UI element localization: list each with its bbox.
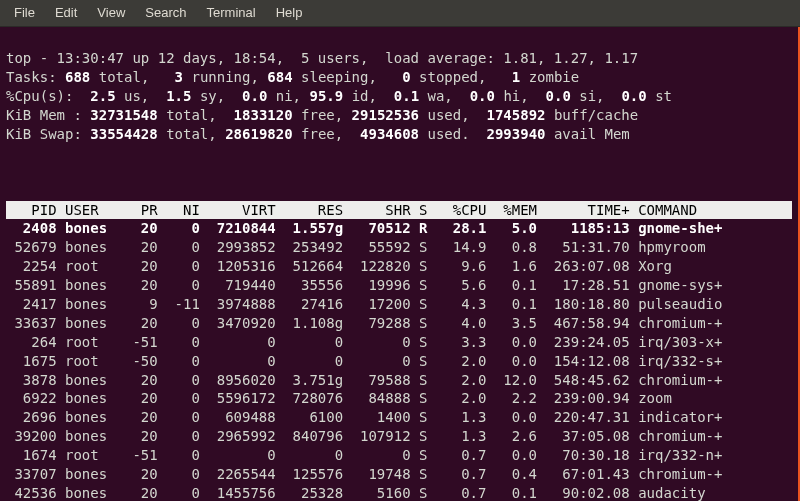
terminal-output[interactable]: top - 13:30:47 up 12 days, 18:54, 5 user…: [0, 27, 800, 501]
blank-line: [6, 163, 792, 182]
process-row: 2408 bones 20 0 7210844 1.557g 70512 R 2…: [6, 219, 792, 238]
process-row: 6922 bones 20 0 5596172 728076 84888 S 2…: [6, 389, 792, 408]
menu-file[interactable]: File: [6, 2, 43, 24]
column-header: PID USER PR NI VIRT RES SHR S %CPU %MEM …: [6, 201, 792, 220]
process-row: 42536 bones 20 0 1455756 25328 5160 S 0.…: [6, 484, 792, 501]
top-summary: top - 13:30:47 up 12 days, 18:54, 5 user…: [6, 49, 792, 143]
process-row: 39200 bones 20 0 2965992 840796 107912 S…: [6, 427, 792, 446]
menu-search[interactable]: Search: [137, 2, 194, 24]
menu-edit[interactable]: Edit: [47, 2, 85, 24]
menubar: FileEditViewSearchTerminalHelp: [0, 0, 800, 27]
process-list: 2408 bones 20 0 7210844 1.557g 70512 R 2…: [6, 219, 792, 501]
process-row: 52679 bones 20 0 2993852 253492 55592 S …: [6, 238, 792, 257]
process-row: 2696 bones 20 0 609488 6100 1400 S 1.3 0…: [6, 408, 792, 427]
process-row: 264 root -51 0 0 0 0 S 3.3 0.0 239:24.05…: [6, 333, 792, 352]
menu-help[interactable]: Help: [268, 2, 311, 24]
process-row: 2254 root 20 0 1205316 512664 122820 S 9…: [6, 257, 792, 276]
process-row: 33637 bones 20 0 3470920 1.108g 79288 S …: [6, 314, 792, 333]
process-row: 1674 root -51 0 0 0 0 S 0.7 0.0 70:30.18…: [6, 446, 792, 465]
process-row: 3878 bones 20 0 8956020 3.751g 79588 S 2…: [6, 371, 792, 390]
menu-terminal[interactable]: Terminal: [199, 2, 264, 24]
process-row: 1675 root -50 0 0 0 0 S 2.0 0.0 154:12.0…: [6, 352, 792, 371]
process-row: 33707 bones 20 0 2265544 125576 19748 S …: [6, 465, 792, 484]
process-row: 2417 bones 9 -11 3974888 27416 17200 S 4…: [6, 295, 792, 314]
process-row: 55891 bones 20 0 719440 35556 19996 S 5.…: [6, 276, 792, 295]
menu-view[interactable]: View: [89, 2, 133, 24]
